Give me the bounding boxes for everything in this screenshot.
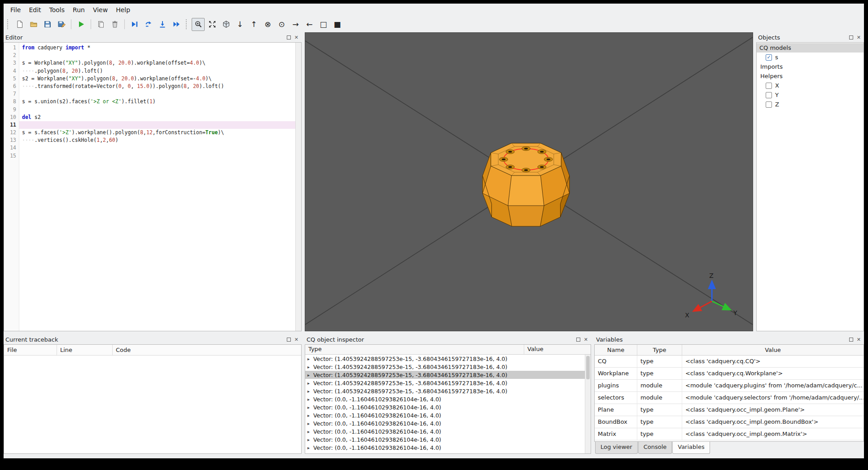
inspector-row[interactable]: ▸Vector: (1.4053924288597253e-15, -3.680… bbox=[305, 363, 591, 371]
toolbar-handle[interactable] bbox=[7, 19, 9, 29]
tab-log-viewer[interactable]: Log viewer bbox=[595, 442, 638, 454]
iso-view-button[interactable] bbox=[219, 18, 232, 31]
code-line-3[interactable]: s = Workplane("XY").polygon(8, 20.0).wor… bbox=[19, 59, 295, 67]
inspector-col-type[interactable]: Type bbox=[305, 345, 524, 354]
debug-button[interactable] bbox=[128, 18, 141, 31]
inspector-row[interactable]: ▸Vector: (0.0, -1.1604610293826104e-16, … bbox=[305, 444, 591, 452]
close-panel-icon[interactable]: ✕ bbox=[294, 337, 298, 342]
float-panel-icon[interactable] bbox=[849, 35, 853, 40]
inspector-col-value[interactable]: Value bbox=[524, 345, 591, 354]
expand-arrow-icon[interactable]: ▸ bbox=[307, 389, 313, 394]
variables-col-name[interactable]: Name bbox=[595, 345, 637, 355]
fit-view-button[interactable] bbox=[192, 18, 205, 31]
code-line-11[interactable] bbox=[19, 121, 295, 129]
step-into-button[interactable] bbox=[156, 18, 169, 31]
expand-arrow-icon[interactable]: ▸ bbox=[307, 373, 313, 378]
code-line-9[interactable] bbox=[19, 106, 295, 114]
code-line-13[interactable]: ····.vertices().cskHole(1,2,60) bbox=[19, 136, 295, 144]
tree-item-y[interactable]: Y bbox=[757, 90, 864, 100]
close-panel-icon[interactable]: ✕ bbox=[294, 35, 298, 40]
variable-row-workplane[interactable]: Workplanetype<class 'cadquery.cq.Workpla… bbox=[595, 368, 864, 380]
view-back-button[interactable]: ⊙ bbox=[275, 18, 288, 31]
code-line-4[interactable]: ····.polygon(8, 20).loft() bbox=[19, 67, 295, 75]
expand-arrow-icon[interactable]: ▸ bbox=[307, 421, 313, 426]
tree-item-helpers[interactable]: Helpers bbox=[757, 71, 864, 81]
view-left-button[interactable]: ← bbox=[303, 18, 316, 31]
expand-arrow-icon[interactable]: ▸ bbox=[307, 381, 313, 386]
expand-arrow-icon[interactable]: ▸ bbox=[307, 397, 313, 402]
tab-variables[interactable]: Variables bbox=[672, 442, 710, 454]
variable-row-selectors[interactable]: selectorsmodule<module 'cadquery.selecto… bbox=[595, 392, 864, 404]
expand-arrow-icon[interactable]: ▸ bbox=[307, 413, 313, 418]
inspector-row[interactable]: ▸Vector: (0.0, -1.1604610293826104e-16, … bbox=[305, 427, 591, 435]
tab-console[interactable]: Console bbox=[638, 442, 672, 454]
inspector-row[interactable]: ▸Vector: (0.0, -1.1604610293826104e-16, … bbox=[305, 435, 591, 444]
menu-view[interactable]: View bbox=[89, 4, 112, 16]
inspector-row[interactable]: ▸Vector: (1.4053924288597253e-15, -3.680… bbox=[305, 355, 591, 363]
menu-run[interactable]: Run bbox=[69, 4, 89, 16]
objects-panel-header[interactable]: Objects ✕ bbox=[756, 32, 864, 42]
code-line-1[interactable]: from cadquery import * bbox=[19, 44, 295, 52]
wireframe-button[interactable]: □ bbox=[317, 18, 330, 31]
delete-button[interactable] bbox=[108, 18, 121, 31]
menu-edit[interactable]: Edit bbox=[25, 4, 45, 16]
step-button[interactable] bbox=[142, 18, 155, 31]
variable-row-matrix[interactable]: Matrixtype<class 'cadquery.occ_impl.geom… bbox=[595, 428, 864, 440]
menu-file[interactable]: File bbox=[6, 4, 25, 16]
menu-tools[interactable]: Tools bbox=[45, 4, 69, 16]
inspector-scrollbar[interactable] bbox=[585, 355, 591, 453]
view-top-button[interactable]: ↑ bbox=[247, 18, 260, 31]
variable-row-plane[interactable]: Planetype<class 'cadquery.occ_impl.geom.… bbox=[595, 404, 864, 416]
view-front-button[interactable]: ⊗ bbox=[261, 18, 274, 31]
tree-item-s[interactable]: ✓s bbox=[757, 53, 864, 62]
menu-help[interactable]: Help bbox=[112, 4, 134, 16]
traceback-col-code[interactable]: Code bbox=[113, 345, 301, 355]
checkbox-x[interactable] bbox=[766, 83, 772, 89]
inspector-row[interactable]: ▸Vector: (0.0, -1.1604610293826104e-16, … bbox=[305, 411, 591, 419]
code-line-6[interactable]: ····.transformed(rotate=Vector(0, 0, 15.… bbox=[19, 83, 295, 90]
tree-section-cq-models[interactable]: CQ models bbox=[757, 43, 864, 53]
inspector-row[interactable]: ▸Vector: (0.0, -1.1604610293826104e-16, … bbox=[305, 419, 591, 427]
variables-panel-header[interactable]: Variables ✕ bbox=[594, 334, 864, 344]
tree-item-x[interactable]: X bbox=[757, 81, 864, 90]
expand-arrow-icon[interactable]: ▸ bbox=[307, 405, 313, 410]
float-panel-icon[interactable] bbox=[287, 35, 291, 40]
code-line-14[interactable] bbox=[19, 144, 295, 152]
variables-col-value[interactable]: Value bbox=[682, 345, 864, 355]
code-line-5[interactable]: s2 = Workplane("XY").polygon(8, 20.0).wo… bbox=[19, 75, 295, 83]
inspector-panel-header[interactable]: CQ object inspector ✕ bbox=[305, 334, 591, 344]
code-line-15[interactable] bbox=[19, 152, 295, 160]
inspector-row[interactable]: ▸Vector: (0.0, -1.1604610293826104e-16, … bbox=[305, 403, 591, 411]
checkbox-s[interactable]: ✓ bbox=[766, 54, 772, 61]
checkbox-y[interactable] bbox=[766, 92, 772, 98]
view-right-button[interactable]: → bbox=[289, 18, 302, 31]
new-file-button[interactable] bbox=[13, 18, 26, 31]
toolbar-handle[interactable] bbox=[186, 19, 188, 29]
close-panel-icon[interactable]: ✕ bbox=[584, 337, 588, 342]
open-file-button[interactable] bbox=[27, 18, 40, 31]
code-area[interactable]: from cadquery import *s = Workplane("XY"… bbox=[19, 43, 295, 331]
cad-model[interactable] bbox=[482, 143, 570, 226]
code-line-10[interactable]: del s2 bbox=[19, 114, 295, 121]
inspector-row[interactable]: ▸Vector: (1.4053924288597253e-15, -3.680… bbox=[305, 379, 591, 387]
tree-item-z[interactable]: Z bbox=[757, 100, 864, 109]
code-line-12[interactable]: s = s.faces('>Z').workplane().polygon(8,… bbox=[19, 129, 295, 136]
code-editor[interactable]: 123456789101112131415 from cadquery impo… bbox=[4, 42, 302, 331]
editor-panel-header[interactable]: Editor ✕ bbox=[4, 32, 302, 42]
fit-all-button[interactable] bbox=[206, 18, 219, 31]
expand-arrow-icon[interactable]: ▸ bbox=[307, 365, 313, 369]
traceback-panel-header[interactable]: Current traceback ✕ bbox=[4, 334, 302, 344]
inspector-row[interactable]: ▸Vector: (1.4053924288597253e-15, -3.680… bbox=[305, 387, 591, 395]
viewport-3d[interactable]: Z Y X bbox=[305, 32, 753, 331]
save-button[interactable] bbox=[41, 18, 54, 31]
variable-row-boundbox[interactable]: BoundBoxtype<class 'cadquery.occ_impl.ge… bbox=[595, 416, 864, 428]
variable-row-cq[interactable]: CQtype<class 'cadquery.cq.CQ'> bbox=[595, 356, 864, 368]
traceback-col-file[interactable]: File bbox=[4, 345, 57, 355]
close-panel-icon[interactable]: ✕ bbox=[857, 337, 861, 342]
shaded-button[interactable]: ■ bbox=[331, 18, 344, 31]
inspector-row[interactable]: ▸Vector: (0.0, -1.1604610293826104e-16, … bbox=[305, 395, 591, 403]
render-button[interactable] bbox=[75, 18, 88, 31]
traceback-col-line[interactable]: Line bbox=[57, 345, 113, 355]
save-as-button[interactable] bbox=[55, 18, 68, 31]
scrollbar-thumb[interactable] bbox=[586, 356, 590, 379]
